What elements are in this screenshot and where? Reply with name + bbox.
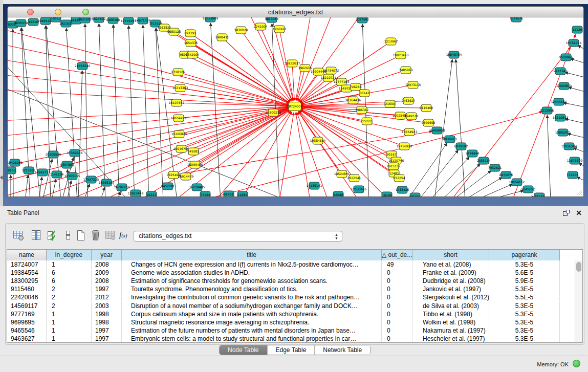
cell-in_degree[interactable]: 6 — [47, 277, 92, 285]
cell-name[interactable]: 9777169 — [7, 310, 47, 318]
graph-node[interactable]: 8215956 — [540, 107, 554, 114]
graph-node[interactable]: 549382 — [188, 148, 200, 155]
graph-node[interactable]: 6879197 — [454, 143, 468, 150]
cell-in_degree[interactable]: 2 — [47, 293, 92, 301]
cell-out_de[interactable]: 49 — [382, 260, 412, 269]
graph-edge[interactable] — [456, 59, 465, 197]
graph-node[interactable]: 2935114 — [477, 157, 491, 164]
table-row[interactable]: 2242004622012Investigating the contribut… — [7, 293, 575, 301]
cell-name[interactable]: 18724007 — [7, 260, 47, 269]
graph-node[interactable]: 16046756 — [173, 145, 189, 152]
column-header-short[interactable]: short — [412, 250, 489, 260]
table-mode-icon[interactable] — [13, 229, 24, 242]
cell-pagerank[interactable]: 5.3E-5 — [489, 318, 560, 326]
graph-node[interactable]: 1215682 — [22, 167, 36, 174]
cell-pagerank[interactable]: 5.3E-5 — [489, 326, 560, 335]
graph-edge[interactable] — [177, 103, 289, 106]
network-window-titlebar[interactable]: citations_edges.txt — [8, 7, 583, 17]
graph-node[interactable]: 17533426 — [351, 186, 367, 193]
cell-name[interactable]: 22420046 — [7, 293, 47, 301]
cell-name[interactable]: 9463627 — [7, 335, 47, 342]
cell-name[interactable]: 9699695 — [7, 318, 47, 326]
cell-out_de[interactable]: 0 — [382, 310, 412, 318]
cell-in_degree[interactable]: 1 — [47, 326, 92, 335]
cell-title[interactable]: Corpus callosum shape and size in male p… — [122, 310, 382, 318]
graph-edge[interactable] — [78, 71, 82, 197]
graph-node[interactable]: 9529966 — [559, 54, 573, 61]
cell-pagerank[interactable]: 5.3E-5 — [489, 285, 560, 293]
table-row[interactable]: 946554611997Estimation of the future num… — [7, 326, 575, 335]
graph-node[interactable]: 17359926 — [67, 149, 83, 157]
cell-name[interactable]: 19384554 — [7, 269, 47, 277]
graph-node[interactable]: 11884 — [237, 191, 248, 197]
graph-edge[interactable] — [279, 113, 294, 197]
graph-edge[interactable] — [573, 148, 584, 152]
graph-node[interactable]: 16033809 — [203, 17, 219, 22]
graph-node[interactable]: 16210643 — [553, 114, 569, 121]
cell-name[interactable]: 9115460 — [7, 285, 47, 293]
graph-node[interactable]: 16107552 — [169, 99, 185, 106]
select-all-rows-icon[interactable] — [47, 229, 58, 242]
cell-year[interactable]: 2008 — [92, 277, 122, 285]
graph-edge[interactable] — [42, 159, 52, 197]
graph-node[interactable]: 1213967 — [384, 38, 398, 45]
graph-edge[interactable] — [568, 134, 584, 138]
graph-node[interactable]: 20364436 — [345, 97, 361, 104]
graph-node[interactable]: 7485063 — [399, 67, 413, 74]
graph-node[interactable]: 7932621 — [488, 164, 502, 171]
cell-year[interactable]: 2012 — [92, 293, 122, 301]
graph-node[interactable]: 19384554 — [310, 137, 326, 144]
graph-node[interactable]: 18724007 — [287, 102, 303, 111]
table-row[interactable]: 911546021997Tourette syndrome. Phenomeno… — [7, 285, 575, 293]
cell-out_de[interactable]: 0 — [382, 277, 412, 285]
graph-edge[interactable] — [99, 24, 105, 197]
cell-out_de[interactable]: 0 — [382, 326, 412, 335]
graph-edge[interactable] — [143, 25, 149, 197]
cell-in_degree[interactable]: 1 — [47, 318, 92, 326]
cell-short[interactable]: Jankovic et al. (1997) — [412, 285, 489, 293]
cell-in_degree[interactable]: 1 — [47, 335, 92, 342]
cell-name[interactable]: 18300295 — [7, 277, 47, 285]
tab-network-table[interactable]: Network Table — [315, 345, 370, 355]
graph-node[interactable]: 17016504 — [561, 143, 577, 150]
graph-node[interactable]: 12444154 — [551, 98, 567, 105]
graph-node[interactable]: 6466160 — [106, 17, 120, 24]
graph-node[interactable]: 36243 — [359, 90, 369, 97]
graph-node[interactable]: 2522541 — [347, 174, 361, 182]
table-chooser-dropdown[interactable]: citations_edges.txt ▲▼ — [134, 231, 342, 242]
graph-node[interactable]: 252254 — [394, 174, 405, 182]
cell-year[interactable]: 2003 — [92, 302, 122, 310]
graph-node[interactable]: 1145194 — [50, 171, 64, 178]
cell-year[interactable]: 1997 — [92, 326, 122, 335]
graph-edge[interactable] — [25, 175, 28, 197]
cell-title[interactable]: Disruption of a novel member of a sodium… — [122, 302, 382, 310]
graph-edge[interactable] — [67, 28, 77, 197]
graph-node[interactable]: 14136141 — [307, 182, 322, 189]
cell-name[interactable]: 9465546 — [7, 326, 47, 335]
graph-edge[interactable] — [569, 87, 584, 92]
cell-title[interactable]: Embryonic stem cells: a model to study s… — [122, 335, 382, 342]
graph-edge[interactable] — [565, 72, 584, 77]
graph-node[interactable]: 12973115 — [405, 81, 421, 89]
graph-edge[interactable] — [39, 177, 42, 197]
graph-node[interactable]: 7915152 — [387, 163, 401, 170]
graph-edge[interactable] — [156, 28, 163, 197]
cell-year[interactable]: 1998 — [92, 318, 122, 326]
cell-pagerank[interactable]: 5.6E-5 — [489, 269, 560, 277]
graph-edge[interactable] — [571, 59, 584, 63]
graph-node[interactable]: 9397588 — [60, 161, 74, 168]
cell-title[interactable]: Structural magnetic resonance image aver… — [122, 318, 382, 326]
row-height-icon[interactable] — [62, 229, 74, 242]
cell-in_degree[interactable]: 2 — [47, 285, 92, 293]
float-panel-icon[interactable] — [563, 210, 570, 216]
graph-node[interactable]: 1962615 — [298, 64, 312, 72]
memory-status-indicator[interactable] — [573, 360, 580, 367]
graph-node[interactable]: 77154 — [200, 191, 210, 197]
graph-node[interactable]: 1527602 — [92, 17, 106, 23]
cell-title[interactable]: Estimation of significance thresholds fo… — [122, 277, 382, 285]
column-header-year[interactable]: year — [92, 250, 122, 260]
graph-node[interactable]: 12093872 — [556, 82, 572, 90]
graph-node[interactable]: 18289 — [382, 192, 392, 197]
cell-short[interactable]: Yano et al. (2008) — [412, 260, 489, 269]
cell-name[interactable]: 14569117 — [7, 302, 47, 310]
